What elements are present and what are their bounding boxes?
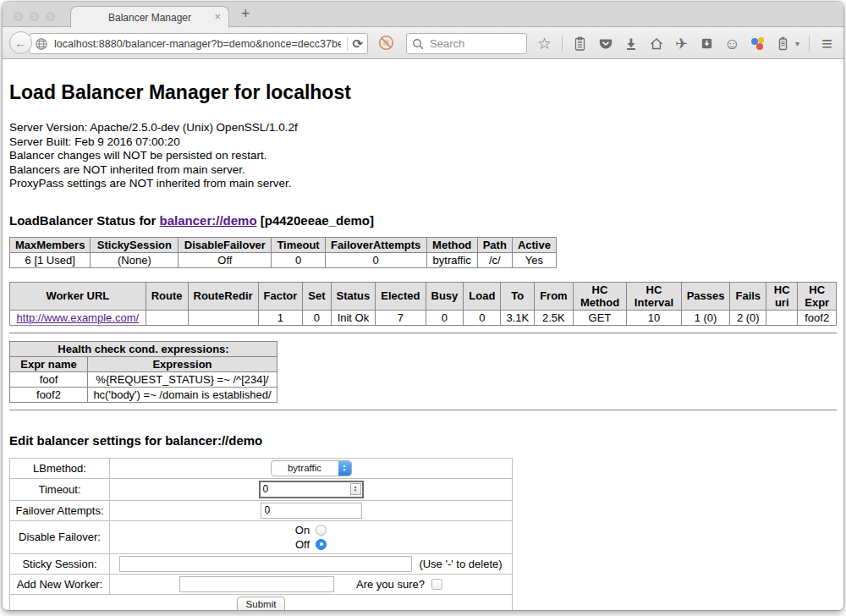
- notice-inherit-balancers: Balancers are NOT inherited from main se…: [9, 163, 837, 178]
- close-window-button[interactable]: [14, 12, 23, 21]
- sticky-session-hint: (Use '-' to delete): [419, 558, 502, 570]
- new-tab-button[interactable]: +: [241, 5, 250, 23]
- disable-failover-off-radio[interactable]: [316, 539, 327, 550]
- cell-timeout: 0: [272, 252, 325, 267]
- form-row-disable-failover: Disable Failover: On Off: [10, 520, 513, 553]
- cell-path: /c/: [477, 252, 512, 267]
- send-tab-icon[interactable]: ✈: [673, 35, 689, 53]
- add-worker-input[interactable]: [179, 576, 334, 592]
- cell-to: 3.1K: [501, 310, 535, 325]
- col-elected: Elected: [376, 282, 426, 310]
- cell-stickysession: (None): [91, 252, 179, 267]
- notice-persist: Balancer changes will NOT be persisted o…: [9, 149, 837, 163]
- col-busy: Busy: [426, 282, 464, 310]
- worker-url-link[interactable]: http://www.example.com/: [17, 311, 140, 324]
- urlbar-divider: [347, 37, 348, 51]
- downloads-icon[interactable]: [623, 35, 639, 53]
- col-route: Route: [146, 282, 188, 310]
- chevron-down-icon[interactable]: ▾: [795, 39, 799, 48]
- cell-busy: 0: [426, 310, 464, 325]
- tab-close-icon[interactable]: ×: [214, 11, 221, 22]
- loadbalancer-status-heading: LoadBalancer Status for balancer://demo …: [9, 213, 837, 228]
- lbmethod-label: LBmethod:: [10, 458, 110, 478]
- reload-icon[interactable]: ⟳: [352, 37, 363, 50]
- pocket-icon[interactable]: [597, 35, 613, 53]
- confirm-checkbox[interactable]: [431, 579, 442, 590]
- notice-inherit-proxypass: ProxyPass settings are NOT inherited fro…: [9, 177, 837, 191]
- server-version: Server Version: Apache/2.5.0-dev (Unix) …: [9, 121, 837, 135]
- toolbar-divider: [809, 36, 810, 52]
- cell-hc-interval: 10: [627, 310, 681, 325]
- number-spinner-icon[interactable]: ▲▼: [350, 483, 361, 495]
- cell-fails: 2 (0): [730, 310, 766, 325]
- search-input[interactable]: [428, 36, 521, 51]
- timeout-input[interactable]: [261, 483, 350, 495]
- content-blocked-icon[interactable]: [378, 35, 394, 51]
- url-bar[interactable]: ⟳: [29, 33, 368, 54]
- back-button[interactable]: ←: [9, 31, 32, 54]
- health-check-table: Health check cond. expressions: Expr nam…: [9, 341, 277, 403]
- colored-dots-extension-icon[interactable]: [750, 36, 766, 52]
- col-active: Active: [512, 237, 556, 252]
- col-timeout: Timeout: [272, 237, 325, 252]
- feedback-smiley-icon[interactable]: ☺: [724, 35, 740, 53]
- table-row: http://www.example.com/ 1 0 Init Ok 7 0 …: [10, 310, 837, 325]
- navigation-toolbar: ← ⟳ ☆: [3, 27, 843, 59]
- menu-hamburger-icon[interactable]: ≡: [819, 35, 835, 53]
- cell-set: 0: [303, 310, 331, 325]
- cell-hc-method: GET: [573, 310, 627, 325]
- table-row: 6 [1 Used] (None) Off 0 0 bytraffic /c/ …: [10, 252, 557, 267]
- col-failoverattempts: FailoverAttempts: [325, 237, 426, 252]
- col-set: Set: [303, 282, 331, 310]
- tab-balancer-manager[interactable]: Balancer Manager ×: [70, 6, 229, 28]
- col-path: Path: [477, 237, 512, 252]
- search-bar[interactable]: [406, 33, 527, 54]
- submit-button[interactable]: Submit: [237, 597, 286, 611]
- cell-passes: 1 (0): [681, 310, 730, 325]
- cell-maxmembers: 6 [1 Used]: [10, 252, 91, 267]
- col-hc-uri: HC uri: [766, 282, 798, 310]
- server-info: Server Version: Apache/2.5.0-dev (Unix) …: [9, 121, 837, 191]
- zoom-window-button[interactable]: [46, 12, 55, 21]
- form-row-add-worker: Add New Worker: Are you sure?: [10, 574, 513, 594]
- clipboard-icon[interactable]: [572, 35, 588, 53]
- col-to: To: [501, 282, 535, 310]
- url-input[interactable]: [52, 37, 343, 51]
- bookmark-star-icon[interactable]: ☆: [536, 35, 552, 53]
- sticky-session-input[interactable]: [119, 556, 412, 572]
- radio-on-label: On: [295, 524, 310, 536]
- home-icon[interactable]: [648, 35, 664, 53]
- col-hc-method: HC Method: [573, 282, 627, 310]
- edit-settings-heading: Edit balancer settings for balancer://de…: [9, 433, 837, 448]
- globe-icon: [35, 37, 48, 51]
- col-status: Status: [331, 282, 376, 310]
- server-built: Server Built: Feb 9 2016 07:00:20: [9, 135, 837, 150]
- cell-factor: 1: [258, 310, 303, 325]
- failover-attempts-input[interactable]: [261, 503, 362, 519]
- form-row-failover-attempts: Failover Attempts:: [10, 500, 513, 520]
- browser-window: Balancer Manager × + ← ⟳ ☆: [3, 2, 843, 610]
- timeout-label: Timeout:: [10, 478, 110, 500]
- health-table-title: Health check cond. expressions:: [10, 341, 277, 356]
- battery-extension-icon[interactable]: [775, 35, 791, 53]
- select-stepper-icon: ▲▼: [338, 461, 351, 476]
- cell-hc-expr: foof2: [798, 310, 837, 325]
- col-factor: Factor: [258, 282, 303, 310]
- tab-title: Balancer Manager: [108, 12, 191, 24]
- balancer-demo-link[interactable]: balancer://demo: [160, 213, 257, 228]
- lbmethod-select[interactable]: bytraffic ▲▼: [271, 460, 352, 476]
- balancer-status-table: MaxMembers StickySession DisableFailover…: [9, 237, 557, 268]
- box-download-icon[interactable]: [699, 35, 715, 53]
- confirm-label: Are you sure?: [356, 578, 425, 591]
- minimize-window-button[interactable]: [30, 12, 39, 21]
- window-controls: [14, 12, 55, 21]
- table-header-row: Worker URL Route RouteRedir Factor Set S…: [10, 282, 837, 310]
- disable-failover-label: Disable Failover:: [10, 520, 110, 553]
- disable-failover-on-radio[interactable]: [316, 525, 327, 536]
- timeout-field[interactable]: ▲▼: [259, 481, 364, 498]
- worker-table: Worker URL Route RouteRedir Factor Set S…: [9, 282, 837, 326]
- table-title-row: Health check cond. expressions:: [10, 341, 277, 356]
- form-row-lbmethod: LBmethod: bytraffic ▲▼: [10, 458, 513, 478]
- radio-off-label: Off: [295, 538, 310, 551]
- add-worker-label: Add New Worker:: [10, 574, 110, 594]
